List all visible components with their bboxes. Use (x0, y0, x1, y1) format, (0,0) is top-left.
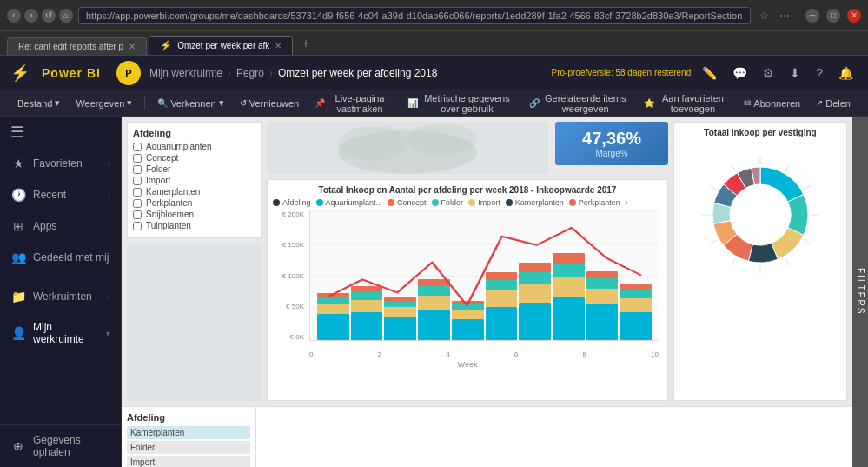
cb-aquarium[interactable] (133, 143, 142, 151)
bookmark-btn[interactable]: ☆ (756, 8, 772, 23)
report-area: Afdeling Aquariumplanten Concept Folder … (122, 117, 868, 467)
bar-segment (553, 297, 585, 340)
svg-line-4 (785, 164, 790, 172)
tab-2-close[interactable]: ✕ (275, 41, 282, 50)
watermark-left (127, 244, 262, 401)
help-btn[interactable]: ? (812, 63, 827, 83)
menu-related[interactable]: 🔗Gerelateerde items weergeven (522, 90, 635, 117)
recent-chevron: › (108, 190, 110, 200)
watermark-svg (267, 122, 548, 174)
filter-folder[interactable]: Folder (133, 164, 255, 174)
menu-subscribe[interactable]: ✉Abonneren (737, 95, 807, 112)
close-btn[interactable]: ✕ (847, 9, 861, 23)
filter-concept[interactable]: Concept (133, 153, 255, 163)
hamburger-btn[interactable]: ☰ (10, 123, 24, 142)
cb-perk[interactable] (133, 199, 142, 208)
sidebar-item-recent[interactable]: 🕐 Recent › (0, 179, 121, 210)
filter-tuin[interactable]: Tuinplanten (133, 221, 255, 230)
bar-segment (418, 310, 450, 340)
bar-segment (620, 298, 652, 311)
tab-1-close[interactable]: ✕ (129, 42, 136, 51)
tab-1[interactable]: Re: cant edit reports after p ✕ (7, 37, 147, 55)
apps-label: Apps (33, 220, 56, 232)
menu-pin[interactable]: 📌Live-pagina vastmaken (308, 90, 399, 117)
chart-legend: Afdeling Aquariumplant... Concept Folder… (273, 198, 662, 207)
back-btn[interactable]: ‹ (7, 9, 21, 23)
bar-segment (519, 303, 551, 340)
filter-aquarium[interactable]: Aquariumplanten (133, 142, 255, 151)
shared-label: Gedeeld met mij (33, 251, 109, 264)
bottom-kamer[interactable]: Kamerplanten (127, 426, 250, 439)
bottom-import[interactable]: Import (127, 456, 250, 467)
filter-perk[interactable]: Perkplanten (133, 198, 255, 208)
settings-btn[interactable]: ⋯ (776, 8, 793, 23)
bar-group-4 (452, 210, 484, 340)
menu-share[interactable]: ↗Delen (809, 95, 858, 112)
myworkspace-label: Mijn werkruimte (33, 321, 99, 345)
refresh-btn[interactable]: ↺ (42, 9, 56, 23)
legend-concept: Concept (388, 198, 427, 207)
menu-explore[interactable]: 🔍Verkennen ▾ (150, 94, 231, 112)
tab-bar: Re: cant edit reports after p ✕ ⚡ Omzet … (0, 31, 868, 56)
breadcrumb-1[interactable]: Mijn werkruimte (149, 67, 222, 79)
browser-controls: ‹ › ↺ ⌂ (7, 9, 73, 23)
sidebar-item-favorites[interactable]: ★ Favorieten › (0, 148, 121, 179)
breadcrumb-2[interactable]: Pegro (236, 67, 264, 79)
download-btn[interactable]: ⬇ (785, 63, 805, 83)
menu-view[interactable]: Weergeven ▾ (69, 94, 139, 112)
settings-icon-btn[interactable]: ⚙ (759, 63, 779, 83)
legend-kamer: Kamerplanten (506, 198, 564, 207)
bar-group-9 (620, 210, 652, 340)
filters-panel[interactable]: FILTERS (852, 117, 868, 467)
forward-btn[interactable]: › (24, 9, 38, 23)
kpi-value: 47,36% (566, 129, 658, 149)
filter-import[interactable]: Import (133, 176, 255, 185)
pbi-menu-bar: Bestand ▾ Weergeven ▾ 🔍Verkennen ▾ ↺Vern… (0, 90, 868, 117)
svg-line-11 (710, 240, 718, 244)
home-btn[interactable]: ⌂ (59, 9, 73, 23)
bar-segment (351, 300, 383, 312)
menu-metrics[interactable]: 📊Metrische gegevens over gebruik (401, 90, 520, 117)
legend-more[interactable]: › (626, 198, 628, 207)
bottom-folder[interactable]: Folder (127, 441, 250, 454)
address-bar[interactable]: https://app.powerbi.com/groups/me/dashbo… (78, 7, 751, 24)
sidebar-item-apps[interactable]: ⊞ Apps (0, 210, 121, 242)
new-tab-btn[interactable]: + (295, 32, 316, 55)
cb-snij[interactable] (133, 210, 142, 219)
sidebar-item-myworkspace[interactable]: 👤 Mijn werkruimte ▾ (0, 312, 121, 354)
notifications-btn[interactable]: 🔔 (834, 63, 858, 83)
center-panel: 47,36% Marge% Totaal Inkoop en Aantal pe… (267, 122, 668, 401)
pbi-topbar: ⚡ Power BI P Mijn werkruimte › Pegro › O… (0, 56, 868, 90)
bar-segment (553, 277, 585, 297)
workspaces-chevron: › (108, 292, 110, 302)
bar-group-3 (418, 210, 450, 340)
sidebar-item-workspaces[interactable]: 📁 Werkruimten › (0, 281, 121, 312)
cb-concept[interactable] (133, 154, 142, 163)
donut-chart-svg (679, 141, 841, 280)
bar-segment (351, 291, 383, 300)
kpi-card: 47,36% Marge% (555, 122, 668, 165)
bar-segment (486, 272, 518, 281)
menu-file[interactable]: Bestand ▾ (10, 94, 67, 112)
svg-line-10 (732, 257, 736, 265)
maximize-btn[interactable]: □ (826, 9, 840, 23)
share-btn[interactable]: 💬 (728, 63, 752, 83)
svg-line-8 (785, 257, 790, 265)
sidebar-item-shared[interactable]: 👥 Gedeeld met mij (0, 242, 121, 273)
breadcrumb: Mijn werkruimte › Pegro › Omzet per week… (149, 67, 438, 79)
edit-btn[interactable]: ✏️ (698, 63, 721, 83)
minimize-btn[interactable]: ─ (805, 9, 819, 23)
cb-import[interactable] (133, 177, 142, 185)
tab-2[interactable]: ⚡ Omzet per week per afk ✕ (149, 36, 293, 55)
cb-tuin[interactable] (133, 222, 142, 230)
y-label-50k: € 50K (286, 303, 304, 310)
get-data-item[interactable]: ⊕ Gegevens ophalen (0, 425, 121, 467)
cb-kamer[interactable] (133, 188, 142, 197)
menu-refresh[interactable]: ↺Vernieuwen (233, 95, 307, 112)
breadcrumb-3[interactable]: Omzet per week per afdeling 2018 (278, 67, 437, 79)
filter-kamer[interactable]: Kamerplanten (133, 187, 255, 197)
filter-snij[interactable]: Snijbloemen (133, 210, 255, 219)
bar-segment (519, 284, 551, 303)
cb-folder[interactable] (133, 165, 142, 174)
menu-favorites[interactable]: ⭐Aan favorieten toevoegen (637, 90, 735, 117)
